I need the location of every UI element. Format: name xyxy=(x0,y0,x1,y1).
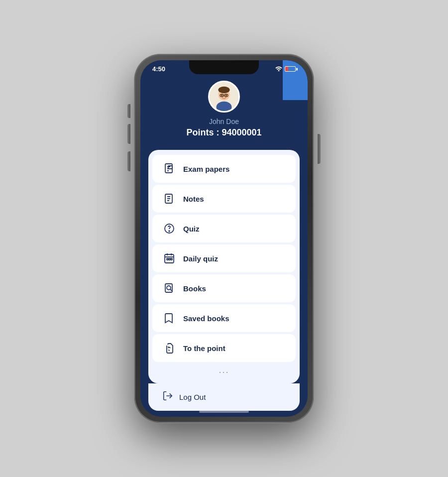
status-icons xyxy=(275,65,296,73)
svg-rect-13 xyxy=(168,166,172,169)
menu-item-books[interactable]: Books xyxy=(152,274,296,302)
logout-label: Log Out xyxy=(179,393,206,401)
home-bar[interactable] xyxy=(199,411,249,413)
daily-quiz-icon xyxy=(162,251,176,265)
svg-rect-9 xyxy=(165,164,172,173)
menu-item-to-the-point[interactable]: To the point xyxy=(152,334,296,362)
logout-section[interactable]: Log Out xyxy=(148,383,300,411)
daily-quiz-label: Daily quiz xyxy=(183,254,218,263)
wifi-icon xyxy=(275,65,283,73)
svg-rect-27 xyxy=(165,284,172,292)
svg-rect-25 xyxy=(169,258,170,260)
status-time: 4:50 xyxy=(152,65,165,73)
power-button[interactable] xyxy=(318,134,321,164)
svg-point-8 xyxy=(225,95,227,96)
svg-point-28 xyxy=(167,286,171,290)
to-the-point-icon xyxy=(162,341,176,355)
menu-item-exam-papers[interactable]: Exam papers xyxy=(152,155,296,183)
exam-papers-icon xyxy=(162,162,176,176)
exam-papers-label: Exam papers xyxy=(183,165,229,173)
mute-button[interactable] xyxy=(127,104,130,118)
notes-label: Notes xyxy=(183,195,204,203)
quiz-icon xyxy=(162,222,176,236)
logout-icon xyxy=(162,390,173,404)
books-icon xyxy=(162,281,176,295)
svg-point-3 xyxy=(218,87,229,94)
svg-rect-24 xyxy=(167,258,168,260)
notes-icon xyxy=(162,192,176,206)
username-label: John Doe xyxy=(209,118,239,125)
menu-item-saved-books[interactable]: Saved books xyxy=(152,304,296,332)
saved-books-icon xyxy=(162,311,176,325)
svg-point-7 xyxy=(221,95,223,96)
menu-item-quiz[interactable]: Quiz xyxy=(152,215,296,242)
volume-up-button[interactable] xyxy=(127,124,130,144)
volume-down-button[interactable] xyxy=(127,151,130,171)
more-items-hint: ··· xyxy=(148,364,300,380)
battery-icon xyxy=(285,66,296,72)
points-label: Points : 94000001 xyxy=(186,127,261,138)
to-the-point-label: To the point xyxy=(183,344,225,353)
menu-card: Exam papers Notes xyxy=(148,150,300,383)
menu-item-daily-quiz[interactable]: Daily quiz xyxy=(152,244,296,272)
svg-point-19 xyxy=(169,231,170,232)
profile-section: John Doe Points : 94000001 xyxy=(140,75,308,150)
saved-books-label: Saved books xyxy=(183,314,229,323)
menu-item-notes[interactable]: Notes xyxy=(152,185,296,213)
phone-frame: 4:50 xyxy=(134,54,314,423)
quiz-label: Quiz xyxy=(183,225,200,233)
notch xyxy=(189,60,259,74)
phone-screen: 4:50 xyxy=(140,60,308,417)
svg-rect-26 xyxy=(171,258,172,260)
avatar xyxy=(208,81,240,113)
svg-line-29 xyxy=(170,289,172,291)
books-label: Books xyxy=(183,284,206,293)
